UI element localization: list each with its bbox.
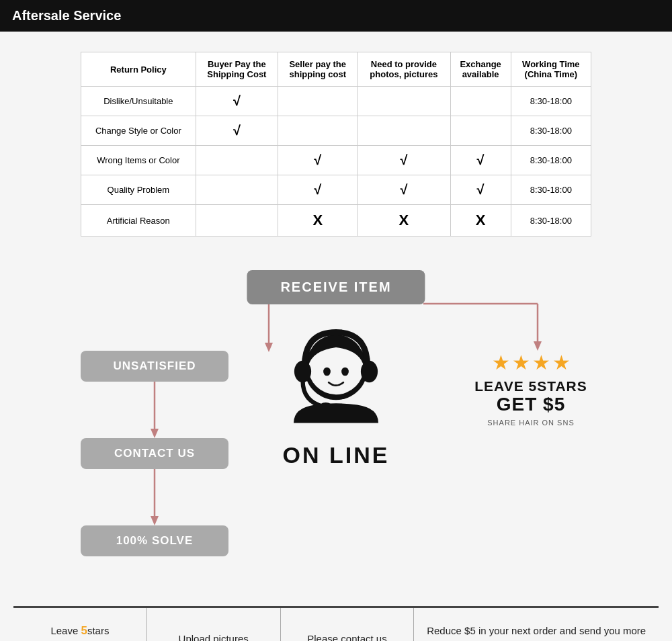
photos-cell: X (358, 205, 450, 237)
exchange-cell: X (450, 205, 511, 237)
svg-point-12 (341, 368, 349, 376)
unsatisfied-box: UNSATISFIED (81, 351, 228, 382)
buyer-pay-cell: √ (196, 87, 278, 116)
solve-box: 100% SOLVE (81, 525, 228, 556)
photos-cell: √ (358, 175, 450, 205)
table-row: Dislike/Unsuitable √ 8:30-18:00 (81, 87, 591, 116)
table-row: Wrong Items or Color √ √ √ 8:30-18:00 (81, 146, 591, 175)
col-working-time: Working Time(China Time) (511, 52, 591, 87)
header: Aftersale Service (0, 0, 672, 32)
star-3: ★ (532, 351, 550, 374)
bottom-bar: Leave 5starsfeedback Upload pictures Ple… (13, 606, 659, 641)
exchange-cell: √ (450, 146, 511, 175)
stars-section: ★ ★ ★ ★ LEAVE 5STARS GET $5 SHARE HAIR O… (464, 351, 598, 427)
star-2: ★ (512, 351, 530, 374)
svg-marker-3 (151, 429, 159, 438)
bottom-item-reduce: Reduce $5 in your next order and send yo… (414, 608, 659, 641)
svg-marker-5 (151, 516, 159, 525)
bottom-item-reduce-label: Reduce $5 in your next order and send yo… (425, 623, 648, 641)
seller-pay-cell: √ (278, 175, 358, 205)
leave5stars-text: LEAVE 5STARS (464, 378, 598, 394)
bottom-item-contact-label: Please contact us (307, 631, 386, 641)
bottom-item-stars-label: Leave 5starsfeedback (50, 622, 109, 641)
policy-name: Wrong Items or Color (81, 146, 196, 175)
stars-row: ★ ★ ★ ★ (464, 351, 598, 374)
bottom-bar-section: Leave 5starsfeedback Upload pictures Ple… (13, 606, 659, 641)
header-title: Aftersale Service (12, 8, 121, 23)
policy-name: Quality Problem (81, 175, 196, 205)
share-text: SHARE HAIR ON SNS (464, 419, 598, 427)
policy-name: Dislike/Unsuitable (81, 87, 196, 116)
exchange-cell: √ (450, 175, 511, 205)
col-need-photos: Need to providephotos, pictures (358, 52, 450, 87)
receive-item-box: RECEIVE ITEM (247, 270, 425, 304)
photos-cell: √ (358, 146, 450, 175)
buyer-pay-cell: √ (196, 116, 278, 146)
table-row: Change Style or Color √ 8:30-18:00 (81, 116, 591, 146)
star-4: ★ (552, 351, 571, 374)
svg-point-11 (323, 368, 331, 376)
policy-name: Change Style or Color (81, 116, 196, 146)
table-row: Quality Problem √ √ √ 8:30-18:00 (81, 175, 591, 205)
seller-pay-cell: X (278, 205, 358, 237)
col-exchange: Exchangeavailable (450, 52, 511, 87)
contact-us-box: CONTACT US (81, 438, 228, 469)
seller-pay-cell: √ (278, 146, 358, 175)
headset-icon (276, 317, 396, 438)
flow-diagram: RECEIVE ITEM UNSATISFIED CONTACT US 100%… (67, 263, 605, 586)
online-section: ON LINE (262, 317, 410, 468)
bottom-item-upload: Upload pictures (147, 608, 281, 641)
bottom-item-stars: Leave 5starsfeedback (13, 608, 147, 641)
highlight-5: 5 (81, 624, 87, 637)
svg-marker-8 (534, 341, 542, 351)
table-row: Artificial Reason X X X 8:30-18:00 (81, 205, 591, 237)
get5-text: GET $5 (464, 394, 598, 415)
bottom-item-upload-label: Upload pictures (179, 631, 249, 641)
online-text: ON LINE (262, 442, 410, 468)
col-return-policy: Return Policy (81, 52, 196, 87)
svg-point-14 (361, 361, 378, 382)
policy-name: Artificial Reason (81, 205, 196, 237)
col-buyer-pay: Buyer Pay theShipping Cost (196, 52, 278, 87)
bottom-item-contact: Please contact us (281, 608, 415, 641)
star-1: ★ (492, 351, 510, 374)
col-seller-pay: Seller pay theshipping cost (278, 52, 358, 87)
policy-table: Return Policy Buyer Pay theShipping Cost… (81, 52, 591, 237)
